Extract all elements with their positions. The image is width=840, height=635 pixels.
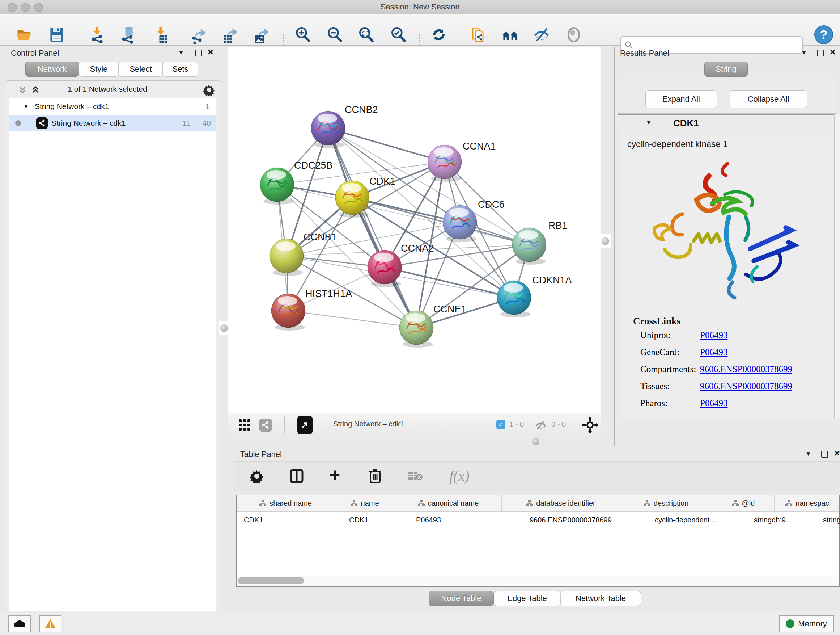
import-network-file-icon[interactable] [87, 24, 107, 45]
table-cell[interactable]: stringdb [816, 511, 840, 528]
collection-expand-icon[interactable]: ▼ [23, 103, 29, 110]
maximize-panel-icon[interactable] [821, 451, 828, 458]
network-node-RB1[interactable] [512, 228, 546, 264]
column-header-name[interactable]: name [335, 495, 395, 511]
hidden-eye-icon[interactable] [535, 419, 547, 432]
column-header-database-identifier[interactable]: database identifier [502, 495, 620, 511]
network-collection-row[interactable]: ▼ String Network – cdk1 1 [9, 98, 216, 115]
table-cell[interactable]: CDK1 [237, 511, 342, 528]
tab-string[interactable]: String [704, 62, 748, 77]
zoom-in-icon[interactable] [293, 24, 314, 45]
tab-network-table[interactable]: Network Table [561, 591, 641, 606]
network-node-CCNE1[interactable] [399, 310, 433, 348]
collapse-all-networks-icon[interactable] [17, 84, 28, 97]
open-session-icon[interactable] [14, 24, 35, 45]
tab-edge-table[interactable]: Edge Table [494, 591, 561, 606]
grid-view-icon[interactable] [238, 418, 251, 433]
memory-button[interactable]: Memory [779, 615, 834, 632]
collapse-all-button[interactable]: Collapse All [729, 90, 807, 108]
column-header--id[interactable]: @id [712, 495, 775, 511]
create-column-icon[interactable]: + [329, 467, 340, 483]
column-header-canonical-name[interactable]: canonical name [395, 495, 502, 511]
float-panel-icon[interactable]: ▼ [805, 450, 812, 458]
selected-nodes-checkbox[interactable]: ✓ [496, 420, 505, 429]
network-node-CCNB2[interactable] [311, 111, 345, 148]
horizontal-splitter-handle-icon[interactable] [532, 438, 539, 445]
collapse-gene-icon[interactable]: ▼ [646, 119, 652, 126]
network-node-CDKN1A[interactable] [497, 280, 531, 318]
export-image-icon[interactable] [251, 24, 272, 45]
network-node-CDC25B[interactable] [260, 168, 294, 204]
crosslink-link[interactable]: 9606.ENSP00000378699 [700, 381, 792, 391]
zoom-selected-icon[interactable] [388, 24, 409, 45]
crosslink-link[interactable]: 9606.ENSP00000378699 [700, 364, 792, 374]
crosslink-link[interactable]: P06493 [700, 330, 728, 340]
network-graph[interactable]: CCNB2CCNA1CDC25BCDK1CDC6RB1CCNB1CCNA2CDK… [228, 48, 601, 413]
table-cell[interactable]: stringdb:9... [747, 511, 816, 528]
close-panel-icon[interactable]: × [834, 450, 840, 457]
network-node-CDK1[interactable] [335, 181, 369, 218]
crosslink-link[interactable]: P06493 [700, 347, 728, 357]
clone-network-icon[interactable] [468, 24, 489, 45]
network-node-CCNA1[interactable] [428, 145, 462, 182]
expand-all-button[interactable]: Expand All [645, 90, 717, 108]
help-icon[interactable]: ? [813, 24, 834, 45]
network-canvas[interactable]: CCNB2CCNA1CDC25BCDK1CDC6RB1CCNB1CCNA2CDK… [228, 48, 601, 413]
warnings-button[interactable] [39, 615, 62, 632]
close-panel-icon[interactable]: × [830, 49, 836, 56]
table-cell[interactable]: cyclin-dependent ... [647, 511, 747, 528]
tab-sets[interactable]: Sets [163, 62, 198, 77]
export-table-icon[interactable] [220, 24, 241, 45]
maximize-panel-icon[interactable] [195, 50, 202, 57]
function-builder-icon[interactable]: f(x) [449, 467, 470, 485]
float-panel-icon[interactable]: ▼ [801, 49, 807, 57]
delete-table-icon[interactable] [407, 470, 423, 483]
show-hidden-icon[interactable] [563, 24, 584, 45]
zoom-fit-icon[interactable] [356, 24, 377, 45]
results-scrollbar[interactable] [834, 114, 840, 419]
network-row-selected[interactable]: String Network – cdk1 11 48 [9, 115, 216, 131]
import-network-database-icon[interactable] [118, 24, 139, 45]
network-list-gear-icon[interactable] [203, 84, 215, 97]
table-h-scrollbar[interactable] [237, 576, 839, 585]
tab-network[interactable]: Network [25, 62, 79, 77]
gene-header-row[interactable]: ▼ CDK1 [618, 115, 837, 131]
table-row[interactable]: CDK1CDK1P064939606.ENSP00000378699cyclin… [237, 511, 839, 528]
fit-selected-crosshair-icon[interactable] [582, 417, 598, 435]
refresh-icon[interactable] [428, 24, 449, 45]
table-gear-icon[interactable] [249, 469, 264, 485]
network-node-CDC6[interactable] [443, 205, 477, 242]
column-header-shared-name[interactable]: shared name [237, 495, 335, 511]
tab-node-table[interactable]: Node Table [429, 591, 494, 606]
splitter-handle-icon[interactable] [220, 325, 228, 332]
delete-column-icon[interactable] [368, 468, 383, 486]
table-cell[interactable]: 9606.ENSP00000378699 [523, 511, 647, 528]
network-node-HIST1H1A[interactable] [271, 294, 305, 331]
save-session-icon[interactable] [46, 24, 67, 45]
tab-select[interactable]: Select [118, 62, 163, 77]
home-networks-icon[interactable] [500, 24, 521, 45]
export-network-icon[interactable] [189, 24, 210, 45]
float-panel-icon[interactable]: ▼ [178, 49, 184, 57]
import-table-icon[interactable] [151, 24, 172, 45]
birds-eye-view-icon[interactable] [297, 416, 313, 434]
select-columns-icon[interactable] [289, 469, 304, 485]
maximize-panel-icon[interactable] [817, 50, 824, 57]
zoom-out-icon[interactable] [325, 24, 346, 45]
table-cell[interactable]: CDK1 [342, 511, 409, 528]
splitter-handle-icon[interactable] [602, 238, 609, 245]
close-panel-icon[interactable]: × [208, 49, 213, 56]
cloud-status-button[interactable] [8, 615, 31, 632]
network-node-CCNB1[interactable] [270, 239, 303, 276]
network-edge[interactable] [385, 267, 514, 298]
tab-style[interactable]: Style [79, 62, 118, 77]
network-edge[interactable] [328, 128, 445, 162]
crosslink-link[interactable]: P06493 [700, 398, 728, 409]
column-header-namespac[interactable]: namespac [775, 495, 840, 511]
network-edge[interactable] [288, 310, 416, 328]
string-style-icon[interactable] [259, 418, 272, 432]
network-node-CCNA2[interactable] [368, 250, 401, 287]
table-cell[interactable]: P06493 [409, 511, 523, 528]
hide-unhide-icon[interactable] [531, 24, 552, 45]
scrollbar-thumb[interactable] [238, 577, 304, 584]
